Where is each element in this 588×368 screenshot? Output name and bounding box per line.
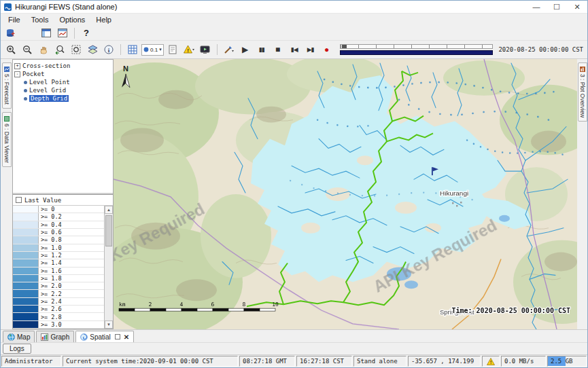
title-bar: Hikurangi FEWS (Stand alone) — ☐ ✕ bbox=[1, 1, 587, 14]
info-icon[interactable]: i bbox=[101, 43, 116, 56]
grid-display-icon[interactable] bbox=[125, 43, 140, 56]
legend-entry: >= 0.8 bbox=[13, 236, 104, 244]
color-swatch bbox=[13, 213, 39, 220]
record-icon[interactable]: ● bbox=[319, 43, 334, 56]
legend-entry: >= 2.2 bbox=[13, 290, 104, 297]
tree-item-level-point[interactable]: Level Point bbox=[14, 78, 111, 86]
close-tab-icon[interactable]: ✕ bbox=[124, 333, 129, 341]
status-user: Administrator bbox=[1, 356, 61, 367]
zoom-in-icon[interactable] bbox=[3, 43, 18, 56]
bottom-tab-bar: Map Graph Spatial ✕ bbox=[1, 329, 587, 342]
status-coordinates: -35.657 , 174.199 bbox=[408, 356, 481, 367]
color-swatch bbox=[13, 236, 39, 243]
step-forward-icon[interactable]: ▶▮ bbox=[303, 43, 318, 56]
tab-plot-overview[interactable]: 3 : Plot Overview bbox=[578, 62, 587, 122]
tab-spatial[interactable]: Spatial ✕ bbox=[75, 331, 134, 342]
expand-icon[interactable]: + bbox=[14, 63, 20, 69]
color-swatch bbox=[13, 313, 39, 320]
tab-graph[interactable]: Graph bbox=[36, 331, 74, 342]
spatial-toolbar: i 0.1 ▾ ! ▶ ▮▮ ■ ▮◀ ▶▮ ● bbox=[1, 41, 587, 59]
tree-item-level-grid[interactable]: Level Grid bbox=[14, 86, 111, 94]
color-swatch bbox=[13, 298, 39, 305]
status-memory[interactable]: 2.5 GB bbox=[547, 356, 587, 367]
play-icon[interactable]: ▶ bbox=[238, 43, 253, 56]
zoom-previous-icon[interactable] bbox=[52, 43, 67, 56]
svg-text:!: ! bbox=[489, 360, 492, 365]
status-local-time: 16:27:18 CST bbox=[296, 356, 352, 367]
legend-scale: >= 0 >= 0.2 >= 0.4 >= 0.6 >= 0.8 >= 1.0 … bbox=[13, 206, 105, 329]
menu-options[interactable]: Options bbox=[54, 15, 90, 24]
warning-threshold-icon[interactable]: ! bbox=[181, 43, 196, 56]
help-icon[interactable]: ? bbox=[79, 26, 94, 40]
color-swatch bbox=[13, 282, 39, 289]
scroll-down-icon[interactable]: ▼ bbox=[105, 320, 113, 329]
svg-text:8: 8 bbox=[243, 301, 246, 308]
color-swatch bbox=[13, 275, 39, 282]
tab-map[interactable]: Map bbox=[3, 331, 35, 342]
legend-entry: >= 3.0 bbox=[13, 321, 104, 329]
tree-item-depth-grid[interactable]: Depth Grid bbox=[14, 94, 111, 103]
pause-icon[interactable]: ▮▮ bbox=[254, 43, 269, 56]
tab-data-viewer[interactable]: 6 : Data Viewer bbox=[2, 112, 12, 167]
timeline-thumb[interactable] bbox=[342, 45, 347, 48]
tab-forecast[interactable]: 5 : Forecast bbox=[2, 62, 12, 109]
animation-display-icon[interactable] bbox=[198, 43, 213, 56]
close-button[interactable]: ✕ bbox=[567, 1, 587, 13]
color-swatch bbox=[13, 244, 39, 251]
menu-file[interactable]: File bbox=[3, 15, 25, 24]
zoom-out-icon[interactable] bbox=[20, 43, 35, 56]
app-window: Hikurangi FEWS (Stand alone) — ☐ ✕ File … bbox=[0, 0, 588, 368]
contour-icon bbox=[143, 47, 149, 52]
profile-tool-icon[interactable] bbox=[222, 43, 237, 56]
timeline-track[interactable] bbox=[340, 44, 494, 49]
scroll-up-icon[interactable]: ▲ bbox=[105, 206, 113, 214]
left-panel: + Cross-section - Pocket Level Point Lev… bbox=[12, 59, 114, 329]
legend-entry: >= 1.4 bbox=[13, 259, 104, 267]
float-window-icon[interactable] bbox=[115, 334, 120, 339]
contour-interval-select[interactable]: 0.1 ▾ bbox=[141, 44, 164, 56]
tree-item-pocket[interactable]: - Pocket bbox=[14, 70, 111, 78]
map-area[interactable]: Hikurangi Springs Flat API Key Required … bbox=[114, 59, 577, 329]
color-swatch bbox=[13, 229, 39, 236]
zoom-extent-icon[interactable] bbox=[69, 43, 84, 56]
stop-icon[interactable]: ■ bbox=[271, 43, 286, 56]
graph-icon bbox=[41, 333, 48, 341]
maximize-button[interactable]: ☐ bbox=[547, 1, 567, 13]
color-swatch bbox=[13, 221, 39, 228]
collapse-icon[interactable]: - bbox=[14, 71, 20, 77]
color-swatch bbox=[13, 321, 39, 328]
timeline-range-bar bbox=[340, 50, 494, 55]
legend-entry: >= 0.6 bbox=[13, 229, 104, 236]
pan-hand-icon[interactable] bbox=[36, 43, 51, 56]
legend-entry: >= 0 bbox=[13, 206, 104, 213]
svg-text:N: N bbox=[123, 65, 128, 73]
color-swatch bbox=[13, 290, 39, 297]
minimize-button[interactable]: — bbox=[526, 1, 547, 13]
menu-tools[interactable]: Tools bbox=[27, 15, 54, 24]
last-value-checkbox[interactable] bbox=[16, 197, 22, 203]
legend-entry: >= 0.4 bbox=[13, 221, 104, 229]
logs-button[interactable]: Logs bbox=[3, 344, 31, 354]
timeseries-display-icon[interactable] bbox=[55, 26, 70, 40]
layers-icon[interactable] bbox=[85, 43, 100, 56]
scroll-thumb[interactable] bbox=[105, 215, 112, 246]
tree-item-cross-section[interactable]: + Cross-section bbox=[14, 62, 111, 70]
menu-help[interactable]: Help bbox=[91, 15, 116, 24]
map-display-icon[interactable] bbox=[39, 26, 54, 40]
step-back-icon[interactable]: ▮◀ bbox=[287, 43, 302, 56]
legend-scrollbar[interactable]: ▲ ▼ bbox=[105, 206, 113, 329]
legend-entry: >= 0.2 bbox=[13, 213, 104, 221]
database-icon[interactable] bbox=[3, 26, 18, 40]
legend-entry: >= 2.6 bbox=[13, 306, 104, 313]
layer-node-icon bbox=[24, 89, 27, 92]
svg-text:2: 2 bbox=[149, 301, 152, 308]
map-canvas[interactable]: Hikurangi Springs Flat API Key Required … bbox=[114, 59, 577, 329]
layers-tree: + Cross-section - Pocket Level Point Lev… bbox=[13, 60, 113, 194]
timeline-slider[interactable] bbox=[340, 44, 494, 55]
warning-icon: ! bbox=[487, 358, 495, 365]
report-icon[interactable] bbox=[165, 43, 180, 56]
forecast-icon bbox=[4, 67, 10, 72]
status-warning[interactable]: ! bbox=[482, 356, 500, 367]
data-viewer-icon bbox=[4, 116, 10, 122]
svg-text:6: 6 bbox=[211, 301, 215, 308]
